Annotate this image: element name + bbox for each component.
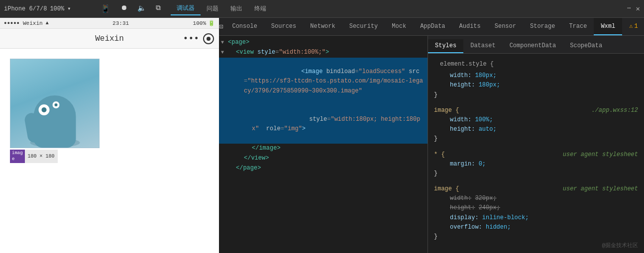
nav-dots[interactable]: ••• (183, 34, 199, 44)
nav-record-btn[interactable] (203, 33, 214, 44)
devtools-top-tabs: 调试器 问题 输出 终端 (171, 2, 272, 15)
tab-terminal[interactable]: 终端 (248, 2, 272, 15)
code-text-5[interactable]: </image> (228, 144, 426, 153)
watermark: @掘金技术社区 (602, 242, 638, 249)
code-line-7: </page> (219, 164, 428, 173)
code-text-2[interactable]: <view style="width:100%;"> (228, 48, 426, 57)
wxml-code-panel: ▼ <page> ▼ <view style="width:100%;"> (219, 36, 428, 253)
tab-security[interactable]: Security (342, 18, 385, 35)
code-line-1: ▼ <page> (219, 38, 428, 48)
code-text-3: <image bindload="loadSuccess" src="https… (228, 58, 426, 105)
tab-styles[interactable]: Styles (428, 39, 463, 53)
toolbar-left: iPhone 6/7/8 100% ▾ (4, 5, 71, 12)
code-text-4: style="width:180px; height:180px" role="… (228, 105, 426, 144)
devtools-content: ▼ <page> ▼ <view style="width:100%;"> (219, 36, 644, 253)
element-style-block: element.style { width: 180px; height: 18… (428, 57, 644, 102)
arrow-4 (221, 105, 228, 106)
tab-issues[interactable]: 问题 (201, 2, 224, 15)
top-center-icons: 📱 ⏺ 🔈 ⧉ (101, 4, 161, 14)
tab-wxml[interactable]: Wxml (594, 18, 622, 35)
tab-audits[interactable]: Audits (452, 18, 488, 35)
device-label: iPhone 6/7/8 (4, 5, 47, 12)
tab-console[interactable]: Console (225, 18, 264, 35)
arrow-1: ▼ (221, 38, 228, 47)
phone-simulator: ●●●●● Weixin ▲ 23:31 100% 🔋 Weixin ••• (0, 18, 219, 253)
phone-nav-bar: Weixin ••• (0, 29, 219, 49)
code-line-2: ▼ <view style="width:100%;"> (219, 48, 428, 58)
overflow-icon[interactable]: ⋯ (627, 4, 631, 13)
right-tabs-bar: Styles Dataset ComponentData ScopeData (428, 36, 644, 54)
tab-storage[interactable]: Storage (523, 18, 562, 35)
element-style-props: width: 180px; height: 180px; (434, 71, 638, 90)
code-text-6[interactable]: </view> (228, 154, 426, 163)
tab-scope-data[interactable]: ScopeData (563, 39, 609, 53)
time-display: 23:31 (112, 20, 129, 26)
top-toolbar: iPhone 6/7/8 100% ▾ 📱 ⏺ 🔈 ⧉ 调试器 问题 输出 终端… (0, 0, 644, 18)
app-name-status: Weixin (23, 20, 43, 26)
tab-component-data[interactable]: ComponentData (503, 39, 563, 53)
style-block-star: * { user agent stylesheet margin: 0; } (428, 148, 644, 181)
code-line-4[interactable]: style="width:180px; height:180px" role="… (219, 105, 428, 144)
tab-network[interactable]: Network (303, 18, 342, 35)
tab-appdata[interactable]: AppData (413, 18, 452, 35)
styles-panel: Styles Dataset ComponentData ScopeData e… (428, 36, 644, 253)
zoom-label: 100% (50, 5, 64, 12)
phone-image-element (10, 59, 100, 148)
phone-status-bar: ●●●●● Weixin ▲ 23:31 100% 🔋 (0, 18, 219, 29)
tab-dataset[interactable]: Dataset (463, 39, 502, 53)
battery-text: 100% (193, 20, 206, 26)
mobile-icon[interactable]: 📱 (101, 4, 110, 14)
copy-icon[interactable]: ⧉ (156, 4, 161, 14)
element-style-header: element.style { (434, 59, 638, 71)
arrow-3 (221, 58, 228, 59)
element-prop-height: height: 180px; (442, 81, 638, 90)
volume-icon[interactable]: 🔈 (137, 4, 146, 14)
image-tooltip: imag e 180 × 180 (10, 150, 58, 163)
arrow-6 (221, 154, 228, 155)
nav-title: Weixin (95, 34, 124, 43)
record-icon[interactable]: ⏺ (120, 4, 127, 14)
inspect-toggle[interactable]: ⊡ (219, 21, 223, 33)
code-line-6: </view> (219, 154, 428, 164)
code-line-3[interactable]: <image bindload="loadSuccess" src="https… (219, 58, 428, 105)
phone-screen-content: imag e 180 × 180 (0, 49, 219, 253)
code-text-1[interactable]: <page> (228, 38, 426, 47)
arrow-7 (221, 164, 228, 165)
tab-sensor[interactable]: Sensor (488, 18, 523, 35)
code-line-5: </image> (219, 144, 428, 154)
tab-debugger[interactable]: 调试器 (171, 2, 201, 15)
close-icon[interactable]: ✕ (636, 4, 640, 13)
top-right-icons: ⋯ ✕ (627, 4, 640, 13)
devtools-tabs-bar: ⊡ Console Sources Network Security Mock … (219, 18, 644, 36)
styles-content-area: element.style { width: 180px; height: 18… (428, 54, 644, 253)
signal-text: ●●●●● (4, 21, 20, 26)
tab-warning[interactable]: ⚠1 (622, 18, 644, 35)
tab-mock[interactable]: Mock (385, 18, 413, 35)
style-block-image-1: image { ./app.wxss:12 width: 100%; heigh… (428, 104, 644, 146)
tab-sources[interactable]: Sources (264, 18, 303, 35)
devtools-panel: ⊡ Console Sources Network Security Mock … (219, 18, 644, 253)
wxml-code-area: ▼ <page> ▼ <view style="width:100%;"> (219, 36, 428, 253)
code-text-7[interactable]: </page> (228, 164, 426, 173)
tab-output[interactable]: 输出 (224, 2, 248, 15)
arrow-5 (221, 144, 228, 145)
style-block-image-2: image { user agent stylesheet width: 320… (428, 182, 644, 244)
wifi-icon: ▲ (46, 20, 49, 26)
dropdown-icon[interactable]: ▾ (67, 5, 71, 12)
battery-icon: 🔋 (208, 20, 215, 26)
arrow-2: ▼ (221, 48, 228, 57)
tab-trace[interactable]: Trace (562, 18, 594, 35)
element-prop-width: width: 180px; (442, 71, 638, 81)
